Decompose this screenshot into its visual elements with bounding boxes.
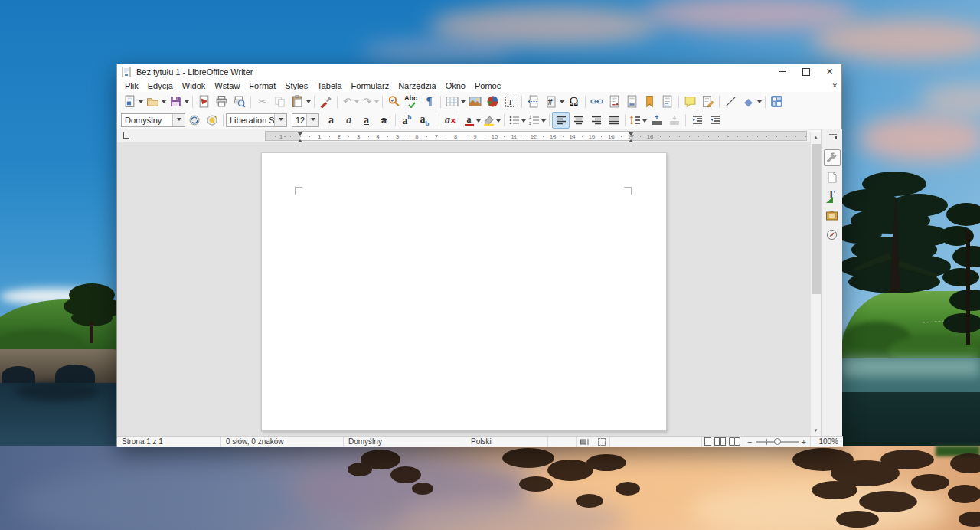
shapes-dropdown-arrow[interactable] — [757, 100, 762, 106]
basic-shapes-button[interactable]: ◆ — [740, 93, 757, 110]
menu-format[interactable]: Format — [244, 80, 280, 91]
paragraph-style-combo[interactable]: Domyślny — [121, 113, 185, 127]
numbered-list-button[interactable]: 1 2 — [527, 112, 541, 129]
justify-button[interactable] — [605, 112, 622, 129]
sidebar-tab-styles[interactable]: T — [824, 188, 841, 204]
redo-dropdown-arrow[interactable] — [374, 100, 379, 106]
open-dropdown-arrow[interactable] — [162, 100, 166, 106]
paste-button[interactable] — [289, 93, 306, 110]
field-dropdown-arrow[interactable] — [560, 100, 564, 106]
insert-comment-button[interactable] — [681, 93, 699, 110]
line-spacing-button[interactable] — [628, 112, 642, 129]
status-language[interactable]: Polski — [466, 437, 548, 447]
undo-dropdown-arrow[interactable] — [354, 100, 359, 106]
insert-field-button[interactable]: # — [542, 93, 560, 110]
scroll-up-button[interactable]: ▲ — [811, 132, 821, 142]
new-dropdown-arrow[interactable] — [139, 100, 143, 106]
insert-line-button[interactable] — [722, 93, 740, 110]
font-color-dropdown-arrow[interactable] — [476, 119, 481, 125]
menu-styles[interactable]: Styles — [280, 80, 312, 91]
cut-button[interactable]: ✂ — [253, 93, 271, 110]
menu-edycja[interactable]: Edycja — [143, 80, 178, 91]
font-size-dropdown[interactable] — [306, 114, 318, 126]
tab-stop-selector[interactable] — [122, 132, 129, 139]
menu-widok[interactable]: Widok — [178, 80, 211, 91]
update-style-button[interactable] — [185, 112, 203, 129]
zoom-slider-handle[interactable] — [774, 438, 781, 445]
minimize-button[interactable] — [770, 64, 794, 79]
copy-button[interactable] — [271, 93, 289, 110]
horizontal-ruler[interactable]: 1 123456789101112131415161718 — [265, 131, 807, 141]
sidebar-tab-page[interactable] — [824, 168, 841, 185]
numbered-dropdown-arrow[interactable] — [541, 119, 546, 125]
menu-pomoc[interactable]: Pomoc — [470, 80, 505, 91]
indent-marker-left[interactable] — [297, 132, 303, 143]
status-insert-mode[interactable] — [577, 437, 593, 447]
special-character-button[interactable]: Ω — [565, 93, 583, 110]
show-draw-functions-button[interactable] — [768, 93, 786, 110]
font-name-combo[interactable]: Liberation Serif — [226, 113, 287, 127]
bullet-list-button[interactable] — [507, 112, 521, 129]
scrollbar-thumb[interactable] — [812, 144, 821, 294]
decrease-paragraph-spacing-button[interactable] — [665, 112, 683, 129]
insert-cross-reference-button[interactable] — [658, 93, 676, 110]
new-style-button[interactable] — [203, 112, 220, 129]
new-document-button[interactable] — [121, 93, 139, 110]
table-dropdown-arrow[interactable] — [461, 100, 466, 106]
insert-table-button[interactable] — [443, 93, 461, 110]
underline-button[interactable]: a — [358, 112, 375, 129]
save-dropdown-arrow[interactable] — [185, 100, 189, 106]
align-center-button[interactable] — [570, 112, 587, 129]
highlight-dropdown-arrow[interactable] — [496, 119, 501, 125]
sidebar-settings-button[interactable] — [828, 134, 837, 141]
paste-dropdown-arrow[interactable] — [306, 100, 311, 106]
book-view-button[interactable] — [729, 437, 740, 446]
menu-narzędzia[interactable]: Narzędzia — [394, 80, 441, 91]
maximize-button[interactable] — [794, 64, 818, 79]
status-selection-mode[interactable] — [593, 437, 610, 447]
open-button[interactable] — [144, 93, 162, 110]
menu-formularz[interactable]: Formularz — [347, 80, 394, 91]
decrease-indent-button[interactable] — [706, 112, 724, 129]
insert-page-break-button[interactable] — [524, 93, 542, 110]
sidebar-tab-navigator[interactable] — [824, 226, 841, 243]
increase-indent-button[interactable] — [688, 112, 706, 129]
insert-hyperlink-button[interactable] — [588, 93, 606, 110]
menu-okno[interactable]: Okno — [441, 80, 470, 91]
print-preview-button[interactable] — [230, 93, 248, 110]
track-changes-button[interactable] — [699, 93, 717, 110]
font-name-dropdown[interactable] — [274, 114, 286, 126]
subscript-button[interactable]: ab — [416, 112, 433, 129]
font-size-combo[interactable]: 12 — [292, 113, 319, 127]
increase-paragraph-spacing-button[interactable] — [648, 112, 665, 129]
menu-tabela[interactable]: Tabela — [312, 80, 346, 91]
highlight-color-button[interactable] — [482, 112, 496, 129]
document-area[interactable] — [117, 142, 810, 436]
zoom-slider[interactable] — [756, 441, 799, 443]
insert-image-button[interactable] — [466, 93, 484, 110]
italic-button[interactable]: a — [340, 112, 358, 129]
strikethrough-button[interactable]: a — [375, 112, 393, 129]
status-page-style[interactable]: Domyślny — [344, 437, 466, 447]
superscript-button[interactable]: ab — [398, 112, 416, 129]
close-document-button[interactable]: ✕ — [831, 82, 838, 90]
paragraph-style-dropdown[interactable] — [172, 114, 185, 126]
single-page-view-button[interactable] — [704, 437, 711, 446]
font-color-button[interactable]: a — [462, 112, 476, 129]
zoom-in-button[interactable]: + — [802, 437, 806, 447]
status-word-count[interactable]: 0 słów, 0 znaków — [221, 437, 344, 447]
insert-chart-button[interactable] — [484, 93, 501, 110]
close-button[interactable]: ✕ — [818, 64, 841, 79]
multi-page-view-button[interactable] — [714, 437, 726, 446]
zoom-out-button[interactable]: − — [747, 437, 752, 447]
bullet-dropdown-arrow[interactable] — [521, 119, 526, 125]
insert-footnote-button[interactable] — [606, 93, 623, 110]
sidebar-tab-properties[interactable] — [824, 149, 841, 166]
undo-button[interactable]: ↶ — [340, 93, 354, 110]
insert-text-box-button[interactable]: T — [501, 93, 519, 110]
menu-wstaw[interactable]: Wstaw — [210, 80, 244, 91]
formatting-marks-button[interactable]: ¶ — [420, 93, 438, 110]
menu-plik[interactable]: Plik — [120, 80, 143, 91]
print-button[interactable] — [213, 93, 230, 110]
clone-formatting-button[interactable] — [317, 93, 335, 110]
